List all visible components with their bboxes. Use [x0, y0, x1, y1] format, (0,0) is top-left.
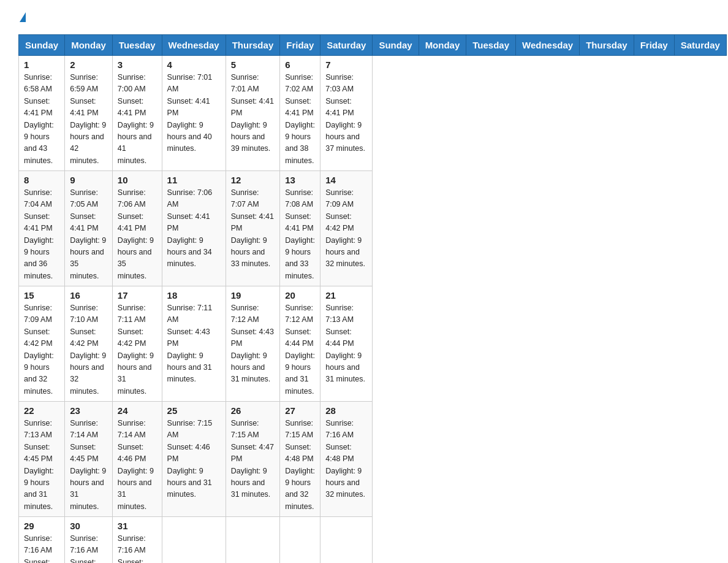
day-info: Sunrise: 6:58 AMSunset: 4:41 PMDaylight:…: [24, 73, 54, 165]
day-number: 8: [24, 175, 59, 185]
calendar-cell: 10 Sunrise: 7:06 AMSunset: 4:41 PMDaylig…: [112, 171, 162, 286]
logo-triangle-icon: [20, 12, 26, 22]
day-info: Sunrise: 7:15 AMSunset: 4:48 PMDaylight:…: [285, 419, 315, 511]
day-info: Sunrise: 7:14 AMSunset: 4:46 PMDaylight:…: [118, 419, 154, 511]
calendar-cell: 4 Sunrise: 7:01 AMSunset: 4:41 PMDayligh…: [162, 56, 226, 171]
day-number: 24: [118, 405, 157, 416]
day-number: 9: [70, 175, 107, 185]
calendar-cell: 18 Sunrise: 7:11 AMSunset: 4:43 PMDaylig…: [162, 286, 226, 402]
day-info: Sunrise: 7:13 AMSunset: 4:45 PMDaylight:…: [24, 419, 54, 511]
calendar-cell: 12 Sunrise: 7:07 AMSunset: 4:41 PMDaylig…: [226, 171, 280, 286]
day-number: 4: [167, 59, 221, 70]
day-number: 3: [118, 59, 157, 70]
calendar-cell: [162, 517, 226, 564]
column-header-tuesday: Tuesday: [112, 35, 162, 56]
calendar-cell: 26 Sunrise: 7:15 AMSunset: 4:47 PMDaylig…: [226, 402, 280, 517]
day-number: 29: [24, 521, 59, 531]
day-info: Sunrise: 7:15 AMSunset: 4:47 PMDaylight:…: [231, 419, 274, 499]
day-number: 7: [325, 59, 367, 70]
calendar-week-row: 29 Sunrise: 7:16 AMSunset: 4:49 PMDaylig…: [19, 517, 727, 564]
day-info: Sunrise: 7:15 AMSunset: 4:46 PMDaylight:…: [167, 419, 213, 499]
day-number: 13: [285, 175, 315, 185]
calendar-cell: 15 Sunrise: 7:09 AMSunset: 4:42 PMDaylig…: [19, 286, 65, 402]
column-header-friday: Friday: [280, 35, 320, 56]
calendar-cell: 29 Sunrise: 7:16 AMSunset: 4:49 PMDaylig…: [19, 517, 65, 564]
day-number: 28: [325, 405, 367, 416]
column-header-wednesday: Wednesday: [516, 35, 580, 56]
day-number: 17: [118, 290, 157, 301]
day-number: 27: [285, 405, 315, 416]
column-header-friday: Friday: [634, 35, 674, 56]
calendar-cell: 9 Sunrise: 7:05 AMSunset: 4:41 PMDayligh…: [65, 171, 113, 286]
day-info: Sunrise: 7:12 AMSunset: 4:43 PMDaylight:…: [231, 304, 274, 383]
calendar-cell: 30 Sunrise: 7:16 AMSunset: 4:50 PMDaylig…: [65, 517, 113, 564]
day-info: Sunrise: 7:01 AMSunset: 4:41 PMDaylight:…: [231, 73, 274, 153]
day-info: Sunrise: 7:09 AMSunset: 4:42 PMDaylight:…: [24, 304, 54, 396]
day-info: Sunrise: 7:12 AMSunset: 4:44 PMDaylight:…: [285, 304, 315, 396]
calendar-cell: 23 Sunrise: 7:14 AMSunset: 4:45 PMDaylig…: [65, 402, 113, 517]
day-info: Sunrise: 7:07 AMSunset: 4:41 PMDaylight:…: [231, 188, 274, 268]
calendar-week-row: 15 Sunrise: 7:09 AMSunset: 4:42 PMDaylig…: [19, 286, 727, 402]
day-info: Sunrise: 7:11 AMSunset: 4:43 PMDaylight:…: [167, 304, 213, 383]
calendar-cell: 31 Sunrise: 7:16 AMSunset: 4:50 PMDaylig…: [112, 517, 162, 564]
calendar-cell: 8 Sunrise: 7:04 AMSunset: 4:41 PMDayligh…: [19, 171, 65, 286]
calendar-cell: 2 Sunrise: 6:59 AMSunset: 4:41 PMDayligh…: [65, 56, 113, 171]
calendar-cell: [226, 517, 280, 564]
day-number: 25: [167, 405, 221, 416]
day-number: 23: [70, 405, 107, 416]
calendar-cell: 11 Sunrise: 7:06 AMSunset: 4:41 PMDaylig…: [162, 171, 226, 286]
calendar-cell: 27 Sunrise: 7:15 AMSunset: 4:48 PMDaylig…: [280, 402, 320, 517]
calendar-cell: 21 Sunrise: 7:13 AMSunset: 4:44 PMDaylig…: [320, 286, 373, 402]
day-info: Sunrise: 7:13 AMSunset: 4:44 PMDaylight:…: [325, 304, 365, 383]
day-info: Sunrise: 7:09 AMSunset: 4:42 PMDaylight:…: [325, 188, 365, 268]
column-header-monday: Monday: [65, 35, 113, 56]
day-info: Sunrise: 7:04 AMSunset: 4:41 PMDaylight:…: [24, 188, 54, 280]
day-number: 10: [118, 175, 157, 185]
calendar-week-row: 8 Sunrise: 7:04 AMSunset: 4:41 PMDayligh…: [19, 171, 727, 286]
day-info: Sunrise: 7:02 AMSunset: 4:41 PMDaylight:…: [285, 73, 315, 165]
day-info: Sunrise: 7:03 AMSunset: 4:41 PMDaylight:…: [325, 73, 365, 153]
column-header-thursday: Thursday: [226, 35, 280, 56]
day-number: 1: [24, 59, 59, 70]
day-number: 15: [24, 290, 59, 301]
day-number: 11: [167, 175, 221, 185]
day-info: Sunrise: 7:08 AMSunset: 4:41 PMDaylight:…: [285, 188, 315, 280]
calendar-cell: 3 Sunrise: 7:00 AMSunset: 4:41 PMDayligh…: [112, 56, 162, 171]
day-number: 6: [285, 59, 315, 70]
calendar-cell: [320, 517, 373, 564]
day-number: 18: [167, 290, 221, 301]
calendar-cell: 22 Sunrise: 7:13 AMSunset: 4:45 PMDaylig…: [19, 402, 65, 517]
calendar-cell: 5 Sunrise: 7:01 AMSunset: 4:41 PMDayligh…: [226, 56, 280, 171]
day-info: Sunrise: 7:06 AMSunset: 4:41 PMDaylight:…: [167, 188, 213, 268]
day-number: 2: [70, 59, 107, 70]
calendar-cell: 28 Sunrise: 7:16 AMSunset: 4:48 PMDaylig…: [320, 402, 373, 517]
calendar-cell: [280, 517, 320, 564]
day-number: 14: [325, 175, 367, 185]
calendar-cell: 6 Sunrise: 7:02 AMSunset: 4:41 PMDayligh…: [280, 56, 320, 171]
day-info: Sunrise: 6:59 AMSunset: 4:41 PMDaylight:…: [70, 73, 106, 165]
column-header-sunday: Sunday: [373, 35, 419, 56]
day-number: 5: [231, 59, 275, 70]
calendar-cell: 20 Sunrise: 7:12 AMSunset: 4:44 PMDaylig…: [280, 286, 320, 402]
day-number: 22: [24, 405, 59, 416]
day-number: 21: [325, 290, 367, 301]
calendar-table: SundayMondayTuesdayWednesdayThursdayFrid…: [18, 34, 727, 563]
calendar-cell: 1 Sunrise: 6:58 AMSunset: 4:41 PMDayligh…: [19, 56, 65, 171]
column-header-saturday: Saturday: [320, 35, 373, 56]
column-header-wednesday: Wednesday: [162, 35, 226, 56]
day-info: Sunrise: 7:16 AMSunset: 4:50 PMDaylight:…: [70, 534, 106, 563]
column-header-sunday: Sunday: [19, 35, 65, 56]
calendar-week-row: 1 Sunrise: 6:58 AMSunset: 4:41 PMDayligh…: [19, 56, 727, 171]
day-number: 26: [231, 405, 275, 416]
day-info: Sunrise: 7:00 AMSunset: 4:41 PMDaylight:…: [118, 73, 154, 165]
column-header-tuesday: Tuesday: [466, 35, 516, 56]
day-number: 31: [118, 521, 157, 531]
day-info: Sunrise: 7:05 AMSunset: 4:41 PMDaylight:…: [70, 188, 106, 280]
calendar-week-row: 22 Sunrise: 7:13 AMSunset: 4:45 PMDaylig…: [19, 402, 727, 517]
calendar-cell: 13 Sunrise: 7:08 AMSunset: 4:41 PMDaylig…: [280, 171, 320, 286]
logo: [18, 12, 26, 22]
calendar-cell: 16 Sunrise: 7:10 AMSunset: 4:42 PMDaylig…: [65, 286, 113, 402]
calendar-cell: 17 Sunrise: 7:11 AMSunset: 4:42 PMDaylig…: [112, 286, 162, 402]
day-number: 20: [285, 290, 315, 301]
column-header-monday: Monday: [419, 35, 466, 56]
